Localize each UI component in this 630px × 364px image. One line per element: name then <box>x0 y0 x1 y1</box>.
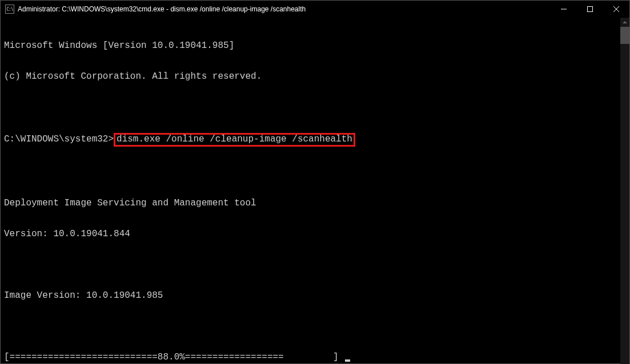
prompt-path: C:\WINDOWS\system32> <box>4 134 114 144</box>
window-title: Administrator: C:\WINDOWS\system32\cmd.e… <box>18 5 551 13</box>
svg-rect-1 <box>588 7 593 12</box>
command-highlight: dism.exe /online /cleanup-image /scanhea… <box>114 133 355 147</box>
output-line: Version: 10.0.19041.844 <box>4 229 617 239</box>
minimize-button[interactable] <box>551 1 577 18</box>
output-blank <box>4 102 617 112</box>
chevron-up-icon <box>623 21 627 23</box>
window-controls <box>551 1 629 18</box>
output-line: Microsoft Windows [Version 10.0.19041.98… <box>4 41 617 51</box>
output-line: (c) Microsoft Corporation. All rights re… <box>4 71 617 82</box>
minimize-icon <box>561 6 567 12</box>
output-blank <box>4 167 617 177</box>
progress-line: [===========================88.0%=======… <box>4 352 617 362</box>
svg-marker-4 <box>623 21 627 23</box>
terminal-body: Microsoft Windows [Version 10.0.19041.98… <box>1 18 629 364</box>
output-blank <box>4 321 617 331</box>
close-icon <box>613 6 619 12</box>
scrollbar-thumb[interactable] <box>620 27 629 44</box>
maximize-icon <box>587 6 593 12</box>
text-cursor <box>345 359 350 362</box>
prompt-line: C:\WINDOWS\system32>dism.exe /online /cl… <box>4 133 617 147</box>
output-line: Image Version: 10.0.19041.985 <box>4 290 617 301</box>
terminal-content[interactable]: Microsoft Windows [Version 10.0.19041.98… <box>1 18 620 364</box>
titlebar[interactable]: C:\ Administrator: C:\WINDOWS\system32\c… <box>1 1 629 18</box>
cmd-icon: C:\ <box>5 5 14 14</box>
output-blank <box>4 260 617 270</box>
vertical-scrollbar[interactable] <box>620 18 629 364</box>
close-button[interactable] <box>603 1 629 18</box>
output-line: Deployment Image Servicing and Managemen… <box>4 198 617 208</box>
scroll-up-button[interactable] <box>620 18 629 27</box>
maximize-button[interactable] <box>577 1 603 18</box>
cmd-window: C:\ Administrator: C:\WINDOWS\system32\c… <box>0 0 630 364</box>
progress-bar-text: [===========================88.0%=======… <box>4 352 344 362</box>
